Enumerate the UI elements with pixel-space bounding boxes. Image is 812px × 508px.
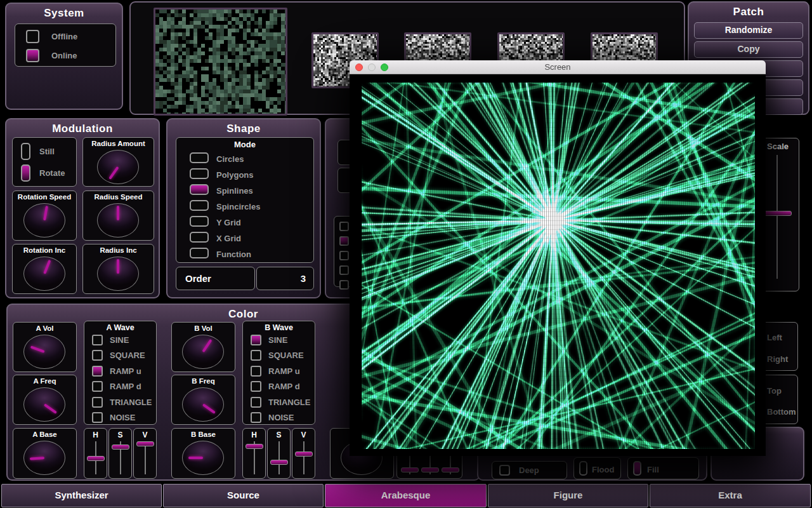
order-value-box[interactable]: 3 <box>256 267 314 290</box>
b-hue-slider[interactable] <box>246 441 263 474</box>
b-wave-triangle-checkbox[interactable] <box>251 397 261 408</box>
b-freq-knob[interactable] <box>182 387 224 422</box>
modulation-panel: Modulation Still Rotate Radius Amount Ro… <box>5 118 160 298</box>
b-wave-square-checkbox[interactable] <box>251 350 261 361</box>
a-wave-rampd-checkbox[interactable] <box>92 381 103 392</box>
tab-figure[interactable]: Figure <box>488 484 648 507</box>
right-label[interactable]: Right <box>767 354 788 364</box>
mode-box: Mode Circles Polygons Spinlines Spincirc… <box>176 137 314 263</box>
fill-label: Fill <box>647 465 659 474</box>
a-wave-noise-checkbox[interactable] <box>92 412 103 423</box>
a-hue-slider[interactable] <box>87 441 105 474</box>
deep-checkbox[interactable] <box>499 465 510 476</box>
mode-ygrid-checkbox[interactable] <box>190 216 209 227</box>
scale-slider[interactable] <box>763 155 792 279</box>
slider-handle[interactable] <box>270 460 288 465</box>
randomize-button[interactable]: Randomize <box>694 22 803 39</box>
motion-box: Still Rotate <box>12 137 77 187</box>
window-titlebar[interactable]: Screen <box>350 60 766 74</box>
a-wave-sine-checkbox[interactable] <box>92 335 103 345</box>
b-freq-box: B Freq <box>171 375 235 425</box>
offline-checkbox[interactable] <box>26 30 39 43</box>
b-wave-rampd-label: RAMP d <box>268 382 300 391</box>
a-vol-knob[interactable] <box>23 335 65 369</box>
b-wave-rampu-checkbox[interactable] <box>251 366 261 377</box>
slider-handle[interactable] <box>421 467 439 472</box>
rotation-speed-label: Rotation Speed <box>13 193 76 201</box>
a-val-slider[interactable] <box>136 441 154 474</box>
screen-window[interactable]: Screen <box>350 60 766 456</box>
mode-circles-label: Circles <box>216 154 244 164</box>
b-vol-box: B Vol <box>171 322 235 372</box>
main-preview-thumbnail[interactable] <box>154 8 287 116</box>
a-freq-label: A Freq <box>13 377 76 385</box>
order-label-box: Order <box>176 267 255 290</box>
rotation-speed-knob[interactable] <box>23 203 65 237</box>
tab-source[interactable]: Source <box>163 484 324 507</box>
slider-handle[interactable] <box>442 467 459 472</box>
system-options-box: Offline Online <box>15 23 116 67</box>
aux-checkbox-5[interactable] <box>339 280 349 290</box>
a-wave-noise-label: NOISE <box>110 413 135 422</box>
a-wave-square-checkbox[interactable] <box>92 350 103 361</box>
a-wave-rampu-checkbox[interactable] <box>92 366 103 377</box>
system-panel: System Offline Online <box>5 3 123 110</box>
tab-synthesizer[interactable]: Synthesizer <box>1 484 162 507</box>
still-checkbox[interactable] <box>21 143 30 160</box>
patch-title: Patch <box>689 6 808 18</box>
flood-checkbox[interactable] <box>579 461 587 476</box>
a-sat-slider[interactable] <box>112 441 129 474</box>
b-val-slider[interactable] <box>295 441 313 474</box>
order-value: 3 <box>301 273 306 284</box>
mode-circles-checkbox[interactable] <box>190 152 209 163</box>
radius-amount-knob[interactable] <box>97 150 139 184</box>
copy-button[interactable]: Copy <box>694 41 803 58</box>
knob-pointer <box>43 260 51 274</box>
b-wave-noise-checkbox[interactable] <box>251 412 261 423</box>
aux-checkbox-4[interactable] <box>339 265 349 275</box>
left-label[interactable]: Left <box>767 333 782 342</box>
slider-handle[interactable] <box>295 451 313 457</box>
slider-handle[interactable] <box>87 456 105 461</box>
b-vol-knob[interactable] <box>182 335 224 369</box>
deep-label: Deep <box>519 465 539 475</box>
online-checkbox[interactable] <box>26 49 39 62</box>
mode-spincircles-checkbox[interactable] <box>190 200 209 211</box>
a-freq-knob[interactable] <box>23 387 65 422</box>
slider-handle[interactable] <box>136 441 154 446</box>
bottom-label[interactable]: Bottom <box>767 407 796 417</box>
radius-speed-knob[interactable] <box>97 203 139 237</box>
deep-box: Deep <box>492 461 567 479</box>
rotation-inc-knob[interactable] <box>23 257 65 291</box>
fill-checkbox[interactable] <box>633 461 641 476</box>
a-base-knob[interactable] <box>23 441 65 475</box>
mode-spinlines-checkbox[interactable] <box>190 184 209 195</box>
slider-handle[interactable] <box>763 211 792 216</box>
mode-function-checkbox[interactable] <box>190 248 209 258</box>
b-sat-slider[interactable] <box>270 441 288 474</box>
aux-checkbox-1[interactable] <box>339 222 349 231</box>
top-label[interactable]: Top <box>767 386 782 396</box>
slider-handle[interactable] <box>112 444 129 450</box>
a-wave-triangle-checkbox[interactable] <box>92 397 103 408</box>
tab-arabesque[interactable]: Arabesque <box>325 484 487 507</box>
rotate-checkbox[interactable] <box>21 164 30 182</box>
b-base-knob[interactable] <box>182 441 224 475</box>
b-wave-sine-label: SINE <box>268 335 287 345</box>
slider-handle[interactable] <box>246 444 263 449</box>
tab-extra[interactable]: Extra <box>650 484 811 507</box>
b-wave-sine-checkbox[interactable] <box>251 335 261 345</box>
b-wave-box: B Wave SINE SQUARE RAMP u RAMP d TRIANGL… <box>242 321 315 425</box>
rotation-inc-label: Rotation Inc <box>13 246 76 254</box>
aux-checkbox-3[interactable] <box>339 251 349 260</box>
slider-handle[interactable] <box>401 467 419 472</box>
a-sat-label: S <box>109 431 131 439</box>
mode-polygons-checkbox[interactable] <box>190 168 209 179</box>
radius-inc-knob[interactable] <box>97 257 139 291</box>
a-wave-rampu-label: RAMP u <box>110 366 141 376</box>
aux-checkbox-2[interactable] <box>339 236 349 246</box>
mode-xgrid-checkbox[interactable] <box>190 232 209 243</box>
a-wave-sine-label: SINE <box>110 335 129 345</box>
a-wave-triangle-label: TRIANGLE <box>110 398 152 407</box>
b-wave-rampd-checkbox[interactable] <box>251 381 261 392</box>
